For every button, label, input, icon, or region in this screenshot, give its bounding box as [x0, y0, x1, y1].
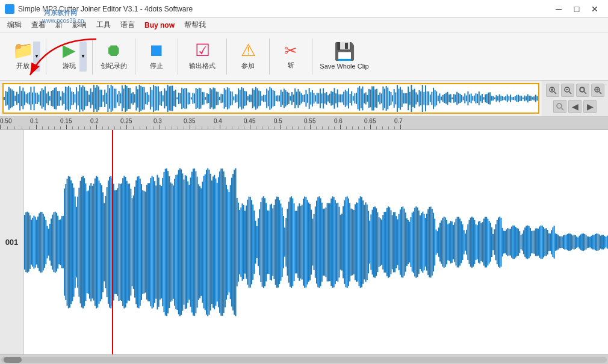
svg-rect-30 — [49, 96, 51, 101]
svg-rect-154 — [244, 91, 246, 106]
menu-edit[interactable]: 编辑 — [2, 18, 26, 32]
waveform-area[interactable]: 001 — [0, 130, 608, 354]
svg-rect-703 — [482, 222, 483, 262]
format-button[interactable]: ☑ 输出格式 — [183, 36, 222, 77]
svg-rect-511 — [227, 190, 228, 295]
svg-rect-678 — [448, 223, 450, 261]
scroll-thumb[interactable] — [4, 357, 22, 363]
svg-rect-6 — [11, 90, 13, 108]
close-button[interactable]: ✕ — [586, 2, 603, 16]
svg-rect-585 — [325, 208, 326, 277]
svg-rect-545 — [272, 208, 273, 276]
zoom-out-button[interactable] — [561, 84, 574, 97]
svg-rect-656 — [420, 215, 421, 269]
svg-rect-173 — [274, 91, 275, 106]
zoom-in-button[interactable] — [546, 84, 559, 97]
svg-rect-143 — [227, 87, 228, 110]
svg-rect-730 — [518, 229, 519, 256]
open-dropdown-arrow[interactable]: ▼ — [33, 42, 40, 72]
svg-rect-705 — [485, 217, 486, 267]
zoom-selection-button[interactable] — [576, 84, 589, 97]
next-button[interactable]: ▶ — [583, 100, 597, 113]
menu-help[interactable]: 帮帮我 — [179, 18, 211, 32]
svg-rect-4 — [8, 87, 10, 110]
horizontal-scrollbar[interactable] — [0, 354, 608, 364]
svg-rect-783 — [588, 236, 589, 248]
svg-rect-58 — [93, 85, 95, 112]
menu-new[interactable]: 新 — [51, 18, 67, 32]
prev-button[interactable]: ◀ — [568, 100, 582, 113]
zoom-reset-button[interactable] — [553, 100, 566, 113]
svg-rect-188 — [297, 89, 299, 108]
waveform-display[interactable] — [24, 130, 608, 354]
svg-rect-474 — [178, 170, 179, 315]
svg-rect-379 — [52, 215, 53, 270]
svg-rect-48 — [78, 91, 79, 106]
svg-rect-55 — [88, 94, 90, 102]
svg-rect-176 — [279, 96, 280, 102]
svg-rect-583 — [323, 209, 324, 276]
svg-rect-191 — [302, 95, 303, 102]
svg-rect-775 — [577, 237, 579, 247]
svg-rect-449 — [145, 192, 146, 293]
svg-rect-107 — [170, 86, 172, 111]
menu-language[interactable]: 语言 — [116, 18, 140, 32]
svg-rect-691 — [466, 230, 467, 254]
stop-button[interactable]: ⏹ 停止 — [140, 36, 173, 77]
zoom-fit-button[interactable] — [591, 84, 604, 97]
svg-rect-462 — [162, 178, 163, 306]
svg-rect-791 — [599, 235, 600, 250]
svg-rect-779 — [583, 233, 584, 251]
menu-view[interactable]: 查看 — [26, 18, 51, 32]
svg-rect-281 — [444, 94, 445, 103]
svg-rect-754 — [550, 233, 551, 251]
svg-rect-185 — [293, 94, 294, 102]
play-button[interactable]: ▶ 游玩 ▼ — [51, 36, 87, 77]
svg-rect-91 — [145, 93, 146, 105]
svg-rect-734 — [523, 230, 524, 254]
svg-rect-227 — [359, 86, 360, 111]
svg-rect-415 — [100, 183, 101, 301]
svg-rect-637 — [394, 212, 396, 273]
svg-rect-77 — [123, 88, 124, 108]
play-dropdown-arrow[interactable]: ▼ — [79, 42, 87, 72]
join-button[interactable]: ⚠ 参加 — [232, 36, 264, 77]
svg-rect-377 — [49, 224, 51, 261]
svg-rect-40 — [65, 87, 66, 110]
sep-3 — [135, 39, 135, 75]
svg-rect-96 — [153, 85, 154, 112]
svg-rect-395 — [73, 188, 75, 297]
svg-rect-2 — [5, 91, 7, 105]
svg-rect-216 — [342, 94, 343, 103]
svg-rect-329 — [520, 96, 521, 101]
menu-buynow[interactable]: Buy now — [140, 18, 179, 32]
scroll-track[interactable] — [1, 357, 607, 363]
svg-rect-510 — [226, 185, 227, 300]
svg-rect-280 — [442, 95, 444, 102]
svg-rect-428 — [117, 188, 118, 296]
svg-rect-530 — [252, 205, 253, 280]
svg-rect-740 — [531, 231, 532, 253]
overview-waveform[interactable] — [2, 83, 539, 114]
save-whole-clip-button[interactable]: 💾 Save Whole Clip — [317, 36, 371, 77]
open-button[interactable]: 📁 开放 ▼ — [5, 36, 41, 77]
svg-rect-765 — [564, 235, 565, 249]
svg-rect-729 — [516, 228, 518, 256]
menu-tools[interactable]: 工具 — [92, 18, 116, 32]
cut-button[interactable]: ✂ 斩 — [275, 36, 307, 77]
svg-rect-103 — [164, 88, 165, 109]
svg-rect-548 — [276, 197, 278, 288]
minimize-button[interactable]: ─ — [550, 2, 567, 16]
maximize-button[interactable]: □ — [568, 2, 585, 16]
svg-rect-622 — [374, 206, 376, 277]
svg-rect-556 — [287, 209, 288, 276]
svg-rect-282 — [445, 93, 447, 103]
svg-rect-657 — [421, 213, 422, 271]
record-button[interactable]: ⏺ 创纪录的 — [98, 36, 130, 77]
svg-rect-203 — [321, 93, 323, 103]
menu-effects[interactable]: 影响 — [67, 18, 92, 32]
svg-rect-217 — [343, 91, 344, 105]
svg-rect-618 — [369, 221, 370, 264]
svg-rect-180 — [285, 90, 287, 106]
svg-rect-426 — [114, 190, 116, 294]
